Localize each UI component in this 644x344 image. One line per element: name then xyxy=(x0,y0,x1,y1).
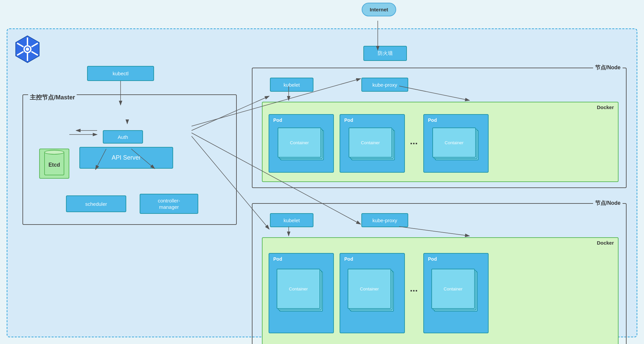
dots-1: ... xyxy=(410,136,418,147)
internet-label: Internet xyxy=(370,7,388,12)
docker-1-label: Docker xyxy=(597,104,614,110)
internet-cloud: Internet xyxy=(362,3,396,16)
pod-2-node2: Pod Container xyxy=(340,253,405,333)
pod-3-node1: Pod Container xyxy=(423,114,489,173)
node-2-container: 节点/Node kubelet kube-proxy Docker Pod Co… xyxy=(252,203,627,344)
auth-box: Auth xyxy=(103,130,143,144)
node-1-container: 节点/Node kubelet kube-proxy Docker Pod Co… xyxy=(252,68,627,188)
scheduler-box: scheduler xyxy=(66,195,126,212)
kubelet-1-box: kubelet xyxy=(270,78,313,92)
kube-proxy-1-box: kube-proxy xyxy=(361,78,408,92)
pod-1-node2: Pod Container xyxy=(269,253,334,333)
etcd-box: Etcd xyxy=(39,149,69,179)
main-diagram-container: kubectl 主控节点/Master Auth API Server Etcd… xyxy=(7,28,637,337)
docker-area-1: Docker Pod Container Pod xyxy=(262,102,619,182)
svg-point-9 xyxy=(26,48,29,51)
pod-2-node1: Pod Container xyxy=(340,114,405,173)
api-server-box: API Server xyxy=(79,147,173,169)
kubectl-box: kubectl xyxy=(87,66,154,81)
firewall-box: 防火墙 xyxy=(363,46,407,61)
dots-2: ... xyxy=(410,283,418,294)
docker-2-label: Docker xyxy=(597,240,614,246)
pod-3-node2: Pod Container xyxy=(423,253,489,333)
kubelet-2-box: kubelet xyxy=(270,213,313,227)
controller-manager-box: controller-manager xyxy=(140,194,198,214)
k8s-logo xyxy=(12,34,43,66)
master-container: 主控节点/Master Auth API Server Etcd schedul… xyxy=(22,94,237,225)
node-2-label: 节点/Node xyxy=(593,200,623,207)
docker-area-2: Docker Pod Container Pod xyxy=(262,237,619,344)
pod-1-node1: Pod Container xyxy=(269,114,334,173)
master-label: 主控节点/Master xyxy=(28,93,77,101)
kube-proxy-2-box: kube-proxy xyxy=(361,213,408,227)
node-1-label: 节点/Node xyxy=(593,64,623,71)
